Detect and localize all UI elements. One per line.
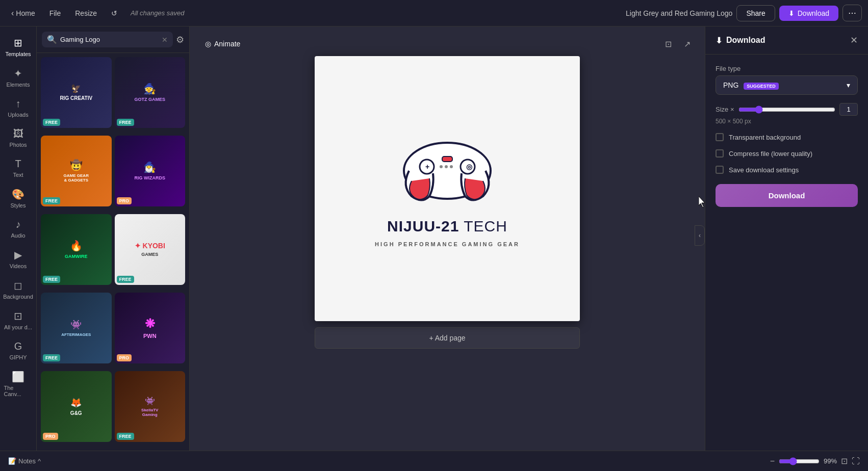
template-badge: PRO (43, 433, 58, 440)
templates-icon: ⊞ (14, 37, 22, 49)
sidebar-item-giphy[interactable]: G GIPHY (2, 336, 35, 364)
download-panel: ⬇ Download ✕ File type PNG SUGGESTED ▾ (705, 27, 868, 451)
download-main-button[interactable]: Download (716, 184, 858, 207)
compress-label: Compress file (lower quality) (729, 150, 812, 158)
close-download-panel-button[interactable]: ✕ (850, 35, 858, 46)
template-badge: PRO (117, 197, 132, 204)
share-button[interactable]: Share (736, 5, 775, 21)
search-input[interactable] (60, 36, 159, 43)
chevron-down-icon: ▾ (847, 81, 850, 89)
topbar-right: Share ⬇ Download ⋯ (736, 5, 862, 21)
checkbox-compress[interactable] (716, 149, 724, 158)
save-settings-label: Save download settings (729, 166, 799, 174)
text-icon: T (15, 158, 21, 170)
file-type-label: File type (716, 65, 858, 72)
template-card[interactable]: 🔥 GAMWIRE FREE (41, 214, 112, 285)
transparent-bg-label: Transparent background (729, 134, 801, 141)
template-card[interactable]: 👾 AFTERIMAGES FREE (41, 293, 112, 363)
animate-icon: ◎ (205, 40, 211, 48)
sidebar-item-photos[interactable]: 🖼 Photos (2, 124, 35, 152)
notes-icon: 📝 (8, 457, 16, 465)
card-image: 🧙‍♂️ RIG WIZARDS (115, 136, 186, 206)
topbar: ‹ Home File Resize ↺ All changes saved L… (0, 0, 868, 27)
canvas-share-icon[interactable]: ↗ (680, 37, 695, 51)
size-pixels: 500 × 500 px (716, 118, 858, 125)
sidebar-item-elements[interactable]: ✦ Elements (2, 63, 35, 92)
template-card[interactable]: 👾 SkellaTVGaming FREE (115, 371, 186, 442)
fit-page-button[interactable]: ⊡ (841, 456, 848, 466)
checkbox-transparent-bg[interactable] (716, 133, 724, 141)
sidebar-item-canvas[interactable]: ⬜ The Canv... (2, 367, 35, 401)
card-image: 👾 AFTERIMAGES (41, 293, 112, 363)
canvas-resize-icon[interactable]: ⊡ (661, 37, 676, 51)
main-layout: ⊞ Templates ✦ Elements ↑ Uploads 🖼 Photo… (0, 27, 868, 451)
template-badge: PRO (117, 354, 132, 361)
file-type-section: File type PNG SUGGESTED ▾ (716, 65, 858, 95)
download-panel-content: File type PNG SUGGESTED ▾ Size × 1 500 ×… (705, 55, 868, 217)
svg-point-4 (445, 165, 448, 168)
download-icon: ⬇ (788, 9, 795, 17)
templates-panel: 🔍 ✕ ⚙ 🦅 RIG CREATIV FREE (37, 27, 190, 451)
sidebar-item-templates[interactable]: ⊞ Templates (2, 33, 35, 61)
topbar-left: ‹ Home File Resize ↺ All changes saved (6, 6, 622, 21)
template-card[interactable]: 🤠 GAME GEAR& GADGETS FREE (41, 136, 112, 206)
search-icon: 🔍 (47, 35, 57, 44)
card-image: 🔥 GAMWIRE (41, 214, 112, 285)
transparent-bg-checkbox[interactable]: Transparent background (716, 133, 858, 141)
save-settings-checkbox[interactable]: Save download settings (716, 166, 858, 174)
svg-rect-8 (442, 156, 452, 162)
more-options-button[interactable]: ⋯ (843, 5, 862, 21)
template-card[interactable]: 🦅 RIG CREATIV FREE (41, 57, 112, 128)
file-type-select[interactable]: PNG SUGGESTED ▾ (716, 75, 858, 95)
sidebar-item-audio[interactable]: ♪ Audio (2, 215, 35, 243)
saved-status: All changes saved (131, 9, 185, 17)
clear-search-button[interactable]: ✕ (162, 36, 168, 44)
undo-button[interactable]: ↺ (106, 6, 122, 20)
suggested-badge: SUGGESTED (744, 83, 779, 90)
size-slider[interactable] (738, 106, 836, 114)
videos-icon: ▶ (14, 249, 22, 261)
compress-file-checkbox[interactable]: Compress file (lower quality) (716, 149, 858, 158)
background-icon: ◻ (14, 279, 22, 292)
collapse-panel-button[interactable]: ‹ (695, 225, 705, 246)
sidebar-item-styles[interactable]: 🎨 Styles (2, 184, 35, 213)
logo-content: + ◎ NIJUU-21 TECH HIGH PERFO (375, 130, 520, 247)
design-canvas[interactable]: + ◎ NIJUU-21 TECH HIGH PERFO (315, 56, 580, 321)
notes-button[interactable]: 📝 Notes ^ (8, 457, 41, 465)
sidebar-item-background[interactable]: ◻ Background (2, 275, 35, 304)
bottom-bar: 📝 Notes ^ − 99% ⊡ ⛶ (0, 451, 868, 471)
template-card[interactable]: 🧙‍♂️ RIG WIZARDS PRO (115, 136, 186, 206)
home-button[interactable]: ‹ Home (6, 6, 40, 21)
logo-subtitle: HIGH PERFORMANCE GAMING GEAR (375, 241, 520, 247)
fullscreen-button[interactable]: ⛶ (852, 457, 860, 466)
search-bar: 🔍 ✕ ⚙ (37, 27, 189, 53)
styles-icon: 🎨 (12, 188, 24, 200)
template-card[interactable]: ✦ KYOBI GAMES FREE (115, 214, 186, 285)
search-input-wrap[interactable]: 🔍 ✕ (42, 32, 173, 47)
sidebar-item-uploads[interactable]: ↑ Uploads (2, 94, 35, 122)
svg-point-5 (450, 165, 453, 168)
undo-icon: ↺ (111, 9, 117, 17)
svg-text:◎: ◎ (466, 163, 473, 171)
zoom-slider[interactable] (779, 457, 820, 465)
templates-grid: 🦅 RIG CREATIV FREE 🧙 GOTZ GAMES FREE (37, 53, 189, 451)
card-image: 🤠 GAME GEAR& GADGETS (41, 136, 112, 206)
zoom-minus-icon: − (770, 457, 775, 466)
add-page-button[interactable]: + Add page (315, 327, 580, 349)
sidebar-item-text[interactable]: T Text (2, 154, 35, 182)
topbar-download-button[interactable]: ⬇ Download (779, 6, 838, 21)
template-card[interactable]: 🦊 G&G PRO (41, 371, 112, 442)
animate-button[interactable]: ◎ Animate (200, 37, 245, 51)
size-section: Size × 1 500 × 500 px (716, 103, 858, 125)
sidebar-item-videos[interactable]: ▶ Videos (2, 245, 35, 273)
file-button[interactable]: File (44, 6, 66, 20)
zoom-level: 99% (824, 457, 837, 465)
checkbox-save-settings[interactable] (716, 166, 724, 174)
filter-button[interactable]: ⚙ (176, 34, 184, 45)
resize-button[interactable]: Resize (70, 6, 102, 20)
card-image: 👾 SkellaTVGaming (115, 371, 186, 442)
template-card[interactable]: ❋ PWN PRO (115, 293, 186, 363)
sidebar-icons: ⊞ Templates ✦ Elements ↑ Uploads 🖼 Photo… (0, 27, 37, 451)
template-card[interactable]: 🧙 GOTZ GAMES FREE (115, 57, 186, 128)
sidebar-item-all[interactable]: ⊡ All your d... (2, 306, 35, 334)
